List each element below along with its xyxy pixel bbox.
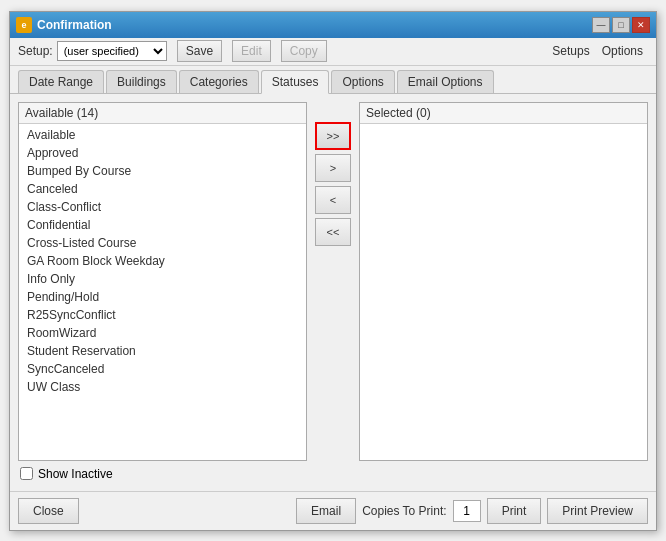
list-item[interactable]: Confidential <box>19 216 306 234</box>
close-button[interactable]: Close <box>18 498 79 524</box>
maximize-button[interactable]: □ <box>612 17 630 33</box>
arrows-panel: >> > < << <box>311 102 355 461</box>
selected-list-header: Selected (0) <box>360 103 647 124</box>
show-inactive-area: Show Inactive <box>20 467 113 481</box>
email-button[interactable]: Email <box>296 498 356 524</box>
move-all-left-button[interactable]: << <box>315 218 351 246</box>
tab-options[interactable]: Options <box>331 70 394 93</box>
window-title: Confirmation <box>37 18 112 32</box>
tab-date-range[interactable]: Date Range <box>18 70 104 93</box>
tab-categories[interactable]: Categories <box>179 70 259 93</box>
list-item[interactable]: Cross-Listed Course <box>19 234 306 252</box>
list-item[interactable]: Bumped By Course <box>19 162 306 180</box>
list-item[interactable]: RoomWizard <box>19 324 306 342</box>
copies-input[interactable] <box>453 500 481 522</box>
app-icon: e <box>16 17 32 33</box>
menu-right: Setups Options <box>547 42 648 60</box>
list-item[interactable]: Canceled <box>19 180 306 198</box>
available-list-items[interactable]: AvailableApprovedBumped By CourseCancele… <box>19 124 306 460</box>
title-buttons: — □ ✕ <box>592 17 650 33</box>
content-area: Available (14) AvailableApprovedBumped B… <box>10 94 656 491</box>
tabs-bar: Date Range Buildings Categories Statuses… <box>10 66 656 94</box>
bottom-area: Show Inactive <box>18 461 648 483</box>
available-list-panel: Available (14) AvailableApprovedBumped B… <box>18 102 307 461</box>
minimize-button[interactable]: — <box>592 17 610 33</box>
print-button[interactable]: Print <box>487 498 542 524</box>
setup-label: Setup: <box>18 44 53 58</box>
tab-email-options[interactable]: Email Options <box>397 70 494 93</box>
footer-left: Close <box>18 498 79 524</box>
list-item[interactable]: SyncCanceled <box>19 360 306 378</box>
title-bar-left: e Confirmation <box>16 17 112 33</box>
list-item[interactable]: Student Reservation <box>19 342 306 360</box>
copies-label: Copies To Print: <box>362 504 447 518</box>
list-item[interactable]: Pending/Hold <box>19 288 306 306</box>
save-button[interactable]: Save <box>177 40 222 62</box>
list-item[interactable]: Info Only <box>19 270 306 288</box>
list-item[interactable]: Approved <box>19 144 306 162</box>
list-item[interactable]: Class-Conflict <box>19 198 306 216</box>
list-item[interactable]: GA Room Block Weekday <box>19 252 306 270</box>
print-preview-button[interactable]: Print Preview <box>547 498 648 524</box>
title-bar: e Confirmation — □ ✕ <box>10 12 656 38</box>
move-right-button[interactable]: > <box>315 154 351 182</box>
options-link[interactable]: Options <box>597 42 648 60</box>
setup-dropdown[interactable]: (user specified) <box>57 41 167 61</box>
copy-button[interactable]: Copy <box>281 40 327 62</box>
show-inactive-label: Show Inactive <box>38 467 113 481</box>
list-item[interactable]: R25SyncConflict <box>19 306 306 324</box>
move-all-right-button[interactable]: >> <box>315 122 351 150</box>
move-left-button[interactable]: < <box>315 186 351 214</box>
close-title-button[interactable]: ✕ <box>632 17 650 33</box>
list-item[interactable]: UW Class <box>19 378 306 396</box>
selected-list-panel: Selected (0) <box>359 102 648 461</box>
tab-statuses[interactable]: Statuses <box>261 70 330 94</box>
footer: Close Email Copies To Print: Print Print… <box>10 491 656 530</box>
menu-bar: Setup: (user specified) Save Edit Copy S… <box>10 38 656 66</box>
show-inactive-checkbox[interactable] <box>20 467 33 480</box>
list-item[interactable]: Available <box>19 126 306 144</box>
selected-list-items[interactable] <box>360 124 647 460</box>
setup-section: Setup: (user specified) <box>18 41 167 61</box>
edit-button[interactable]: Edit <box>232 40 271 62</box>
lists-area: Available (14) AvailableApprovedBumped B… <box>18 102 648 461</box>
available-list-header: Available (14) <box>19 103 306 124</box>
main-window: e Confirmation — □ ✕ Setup: (user specif… <box>9 11 657 531</box>
tab-buildings[interactable]: Buildings <box>106 70 177 93</box>
footer-right: Email Copies To Print: Print Print Previ… <box>296 498 648 524</box>
setups-link[interactable]: Setups <box>547 42 594 60</box>
